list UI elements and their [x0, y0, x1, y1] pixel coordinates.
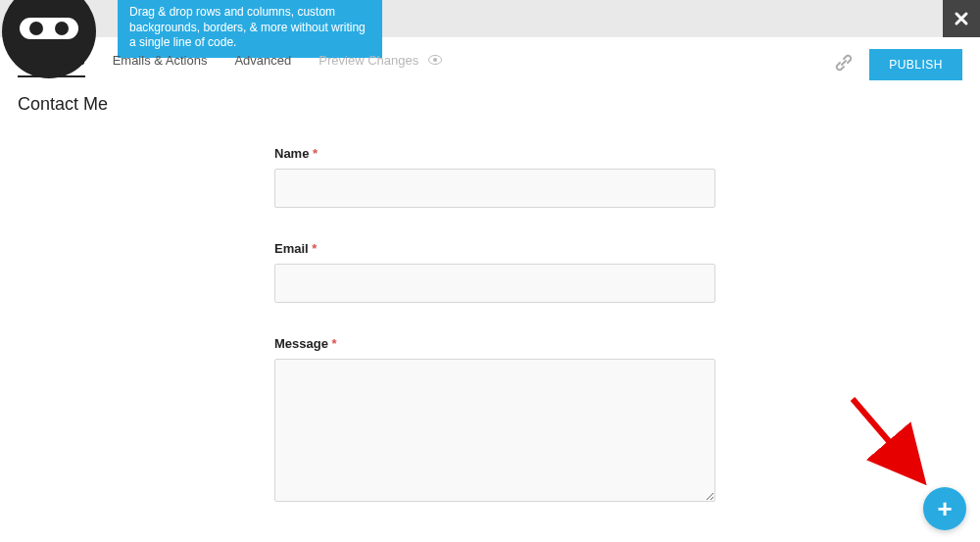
field-message-label: Message *	[274, 336, 715, 351]
form-builder-area: Name * Email * Message *	[265, 146, 715, 506]
annotation-arrow	[843, 389, 931, 487]
email-input[interactable]	[274, 264, 715, 303]
required-marker: *	[312, 241, 317, 256]
required-marker: *	[332, 336, 337, 351]
tab-advanced[interactable]: Advanced	[234, 53, 291, 77]
close-icon	[954, 11, 969, 26]
field-email[interactable]: Email *	[274, 241, 715, 303]
message-textarea[interactable]	[274, 359, 715, 502]
form-title: Contact Me	[0, 80, 980, 115]
close-button[interactable]	[943, 0, 980, 37]
field-email-label: Email *	[274, 241, 715, 256]
tab-preview-changes[interactable]: Preview Changes	[318, 53, 442, 77]
link-icon[interactable]	[834, 53, 854, 76]
tab-emails-actions[interactable]: Emails & Actions	[113, 53, 208, 77]
svg-point-1	[433, 58, 437, 62]
eye-icon	[428, 53, 442, 68]
required-marker: *	[313, 146, 318, 161]
ninja-logo	[0, 0, 118, 37]
plus-icon: +	[937, 494, 952, 524]
publish-button[interactable]: PUBLISH	[869, 49, 962, 80]
add-field-button[interactable]: +	[923, 487, 966, 530]
field-name-label: Name *	[274, 146, 715, 161]
field-message[interactable]: Message *	[274, 336, 715, 506]
svg-line-2	[853, 399, 911, 468]
field-name[interactable]: Name *	[274, 146, 715, 208]
tab-preview-label: Preview Changes	[318, 53, 418, 68]
name-input[interactable]	[274, 169, 715, 208]
tab-form-fields[interactable]: Form Fields	[18, 53, 85, 77]
